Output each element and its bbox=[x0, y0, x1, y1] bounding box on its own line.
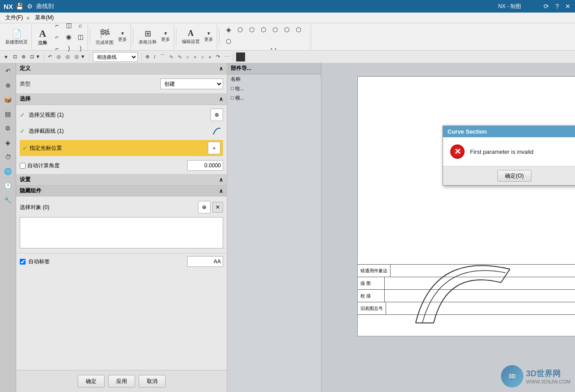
sketch-tool6[interactable]: ⟩ bbox=[63, 43, 74, 54]
error-ok-button[interactable]: 确定(O) bbox=[497, 170, 531, 182]
snap-icon[interactable]: ⊕ bbox=[144, 53, 151, 61]
std-tool4[interactable]: ⬡ bbox=[258, 24, 269, 35]
new-page-icon: 📄 bbox=[12, 29, 22, 39]
title-cell-1-0: 描 图 bbox=[358, 277, 385, 289]
help-btn[interactable]: ? bbox=[553, 2, 562, 11]
std-tool2[interactable]: ⬡ bbox=[235, 24, 246, 35]
snap3[interactable]: ⊡ ▼ bbox=[28, 53, 42, 61]
sidebar-new[interactable]: ⊕ bbox=[2, 79, 14, 91]
more-btn2[interactable]: ▼ 更多 bbox=[159, 25, 172, 48]
sidebar-globe[interactable]: 🌐 bbox=[2, 165, 14, 178]
sketch-tool1[interactable]: ⌐ bbox=[52, 20, 62, 30]
type-select[interactable]: 创建 bbox=[160, 78, 223, 89]
circle2-tool[interactable]: ○ bbox=[199, 53, 206, 61]
more-btn1[interactable]: ▼ 更多 bbox=[116, 25, 129, 48]
save-icon[interactable]: 💾 bbox=[16, 3, 23, 10]
obj-select-row: 选择对象 (0) ⊕ ✕ bbox=[20, 199, 223, 215]
std-tool12[interactable]: △ bbox=[258, 48, 269, 49]
sketch-tool7[interactable]: ⌕ bbox=[75, 20, 86, 30]
std-tool8[interactable]: ⬡ bbox=[223, 36, 234, 47]
sidebar-3d[interactable]: ◈ bbox=[2, 136, 14, 149]
settings-section-header[interactable]: 设置 ∧ bbox=[16, 174, 227, 186]
color-swatch[interactable] bbox=[236, 52, 245, 61]
definition-section-header[interactable]: 定义 ∧ bbox=[16, 63, 227, 74]
menu-file[interactable]: 文件(F) bbox=[2, 13, 26, 22]
sketch-tool9[interactable]: ⟩ bbox=[75, 43, 86, 54]
move3[interactable]: ◎ bbox=[64, 53, 72, 61]
sketch-tool3[interactable]: ⌐ bbox=[52, 43, 62, 54]
std-tool11[interactable]: △ bbox=[246, 48, 257, 49]
move2[interactable]: ◎ bbox=[55, 53, 63, 61]
nav-item-model[interactable]: □ 模... bbox=[227, 93, 321, 103]
nav-item-drawing[interactable]: □ 绘... bbox=[227, 84, 321, 93]
apply-button[interactable]: 应用 bbox=[108, 375, 135, 388]
error-dialog-title: Curve Section bbox=[448, 128, 487, 135]
sidebar-parts[interactable]: 📦 bbox=[2, 93, 14, 106]
toolbar-group-edit: A 编辑设置 ▼ 更多 bbox=[178, 24, 217, 49]
circle-tool[interactable]: ○ bbox=[184, 53, 191, 61]
selection-section-header[interactable]: 选择 ∧ bbox=[16, 93, 227, 105]
ok-button[interactable]: 确定 bbox=[78, 375, 105, 388]
more-tool[interactable]: ⋯ bbox=[223, 53, 231, 61]
move4[interactable]: ◎ ▼ bbox=[73, 53, 87, 61]
sketch-tool5[interactable]: ◉ bbox=[63, 31, 74, 42]
nav-panel: 部件导... 名称 □ 绘... □ 模... bbox=[227, 63, 321, 392]
label-value-input[interactable] bbox=[187, 256, 223, 267]
arc-tool[interactable]: ⌒ bbox=[158, 52, 167, 61]
settings-icon[interactable]: ⚙ bbox=[27, 3, 33, 10]
sketch-tool8[interactable]: ◫ bbox=[75, 31, 86, 42]
error-dialog-header: Curve Section bbox=[443, 126, 575, 137]
nav-item-name[interactable]: 名称 bbox=[227, 74, 321, 84]
sidebar-undo[interactable]: ↶ bbox=[2, 65, 14, 77]
sketch-tool4[interactable]: ◫ bbox=[63, 20, 74, 30]
more-btn3[interactable]: ▼ 更多 bbox=[202, 25, 215, 48]
sidebar-gear[interactable]: ⚙ bbox=[2, 122, 14, 135]
spline-tool[interactable]: ∿ bbox=[167, 53, 175, 61]
angle-input[interactable] bbox=[187, 160, 223, 171]
table-annotation-btn[interactable]: ⊞ 表格注释 bbox=[137, 25, 158, 48]
error-dialog-body: ✕ First parameter is invalid bbox=[443, 137, 575, 166]
std-tool9[interactable]: ⬡ bbox=[223, 48, 234, 49]
annotation-btn[interactable]: A 注释 bbox=[35, 25, 51, 48]
view-select[interactable]: ▼ bbox=[2, 53, 10, 61]
snap2[interactable]: ⊗ bbox=[20, 53, 27, 61]
sidebar-layers[interactable]: ▤ bbox=[2, 108, 14, 120]
selection-label: 选择 bbox=[20, 95, 31, 103]
refresh-btn[interactable]: ⟳ bbox=[541, 2, 552, 11]
plus2-tool[interactable]: + bbox=[207, 53, 213, 61]
select-obj-btn[interactable]: ⊕ bbox=[198, 201, 211, 213]
hidden-objects-header[interactable]: 隐藏组件 ∧ bbox=[16, 186, 227, 196]
auto-label-checkbox[interactable] bbox=[20, 259, 26, 265]
std-tool6[interactable]: ⬡ bbox=[281, 24, 292, 35]
remove-obj-btn[interactable]: ✕ bbox=[212, 202, 223, 213]
finish-sketch-btn[interactable]: 🏁 完成草图 bbox=[94, 25, 115, 48]
std-tool7[interactable]: ⬡ bbox=[293, 24, 304, 35]
specify-cursor-btn[interactable]: ＋ bbox=[208, 142, 220, 154]
std-tool5[interactable]: ⬡ bbox=[270, 24, 281, 35]
curve-type-select[interactable]: 相连曲线 bbox=[93, 52, 138, 62]
menu-bar: 文件(F) ≡ 菜单(M) bbox=[0, 13, 575, 23]
redo-tool[interactable]: ↷ bbox=[214, 53, 222, 61]
error-dialog: Curve Section ✕ First parameter is inval… bbox=[443, 126, 575, 186]
std-tool10[interactable]: △ bbox=[235, 48, 246, 49]
edit-settings-btn[interactable]: A 编辑设置 bbox=[180, 25, 202, 48]
drawing-area: 部件导... 名称 □ 绘... □ 模... 错通用件量达 bbox=[227, 63, 575, 392]
close-btn[interactable]: ✕ bbox=[562, 2, 573, 11]
cancel-button[interactable]: 取消 bbox=[139, 375, 166, 388]
sidebar-clock[interactable]: 🕐 bbox=[2, 179, 14, 192]
sidebar-tools[interactable]: 🔧 bbox=[2, 194, 14, 206]
freeform-tool[interactable]: ∿ bbox=[176, 53, 184, 61]
select-parent-btn[interactable]: ⊕ bbox=[211, 109, 223, 121]
new-drawing-page-btn[interactable]: 📄 新建图纸页 bbox=[4, 25, 30, 48]
auto-calc-checkbox[interactable] bbox=[20, 163, 26, 169]
std-tool3[interactable]: ⬡ bbox=[246, 24, 257, 35]
snap1[interactable]: ⊡ bbox=[11, 53, 19, 61]
plus-tool[interactable]: + bbox=[192, 53, 198, 61]
sketch-tool2[interactable]: ⌐ bbox=[52, 31, 62, 42]
sidebar-history[interactable]: ⏱ bbox=[2, 151, 14, 163]
move1[interactable]: ↶ bbox=[46, 53, 54, 61]
line-tool[interactable]: / bbox=[152, 53, 157, 61]
std-tool1[interactable]: ◈ bbox=[223, 24, 234, 35]
select-section-btn[interactable] bbox=[211, 125, 223, 137]
specify-cursor-row[interactable]: ✓ 指定光标位置 ＋ bbox=[20, 140, 223, 156]
